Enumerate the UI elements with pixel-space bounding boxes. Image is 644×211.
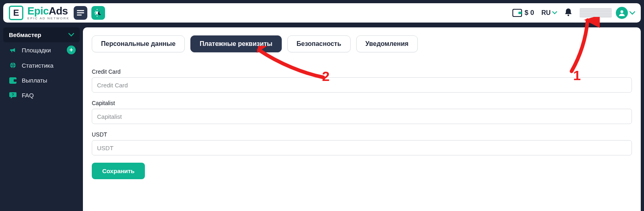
sidebar-item-label: Выплаты	[22, 77, 47, 84]
svg-rect-1	[77, 12, 84, 14]
logo-mark: E	[9, 6, 23, 20]
tab-security[interactable]: Безопасность	[287, 35, 351, 52]
main-panel: Персональные данные Платежные реквизиты …	[83, 27, 641, 211]
chevron-down-icon	[630, 11, 635, 15]
capitalist-label: Capitalist	[92, 100, 632, 106]
credit-card-label: Credit Card	[92, 68, 632, 75]
svg-line-7	[95, 11, 95, 11]
globe-icon	[9, 62, 17, 69]
add-site-button[interactable]: +	[67, 46, 76, 54]
language-label: RU	[541, 9, 551, 17]
svg-line-8	[95, 14, 95, 14]
bell-icon	[564, 8, 572, 17]
field-usdt: USDT	[92, 131, 632, 155]
usdt-label: USDT	[92, 131, 632, 138]
main-menu-button[interactable]	[74, 6, 87, 20]
sidebar-item-sites[interactable]: Площадки +	[3, 42, 80, 58]
user-icon	[618, 9, 625, 17]
field-credit-card: Credit Card	[92, 68, 632, 93]
header-bar: E EpicAds EPIC AD NETWORK $ 0	[3, 3, 641, 23]
svg-rect-0	[77, 10, 84, 11]
chevron-down-icon	[552, 11, 557, 14]
field-capitalist: Capitalist	[92, 100, 632, 124]
account-menu-toggle[interactable]	[630, 9, 635, 17]
balance-text: $ 0	[524, 9, 534, 17]
sun-moon-icon	[94, 8, 103, 17]
sidebar-item-payouts[interactable]: Выплаты	[3, 73, 80, 88]
svg-rect-15	[14, 79, 17, 82]
settings-tabs: Персональные данные Платежные реквизиты …	[92, 35, 632, 52]
bullhorn-icon	[9, 46, 17, 54]
wallet-balance[interactable]: $ 0	[512, 9, 534, 17]
sidebar-item-stats[interactable]: Статистика	[3, 58, 80, 73]
logo-text: EpicAds EPIC AD NETWORK	[27, 6, 70, 20]
svg-rect-10	[518, 12, 522, 14]
sidebar: Вебмастер Площадки + Статистика Выплаты …	[3, 27, 80, 103]
annotation-number-2: 2	[322, 68, 330, 84]
sidebar-item-label: Площадки	[22, 47, 51, 54]
save-button[interactable]: Сохранить	[92, 163, 145, 179]
tab-payment-details[interactable]: Платежные реквизиты	[190, 35, 282, 52]
svg-text:?: ?	[12, 93, 14, 97]
usdt-input[interactable]	[92, 140, 632, 155]
annotation-number-1: 1	[573, 68, 581, 83]
capitalist-input[interactable]	[92, 109, 632, 124]
theme-toggle-button[interactable]	[91, 6, 105, 20]
svg-point-11	[568, 14, 569, 16]
chevron-down-icon	[68, 33, 74, 37]
brand-logo[interactable]: E EpicAds EPIC AD NETWORK	[9, 6, 70, 20]
sidebar-item-label: FAQ	[22, 92, 34, 99]
sidebar-item-faq[interactable]: ? FAQ	[3, 88, 80, 103]
chat-icon: ?	[9, 92, 17, 99]
wallet-icon	[512, 9, 522, 17]
sidebar-group-label: Вебмастер	[9, 31, 41, 38]
credit-card-input[interactable]	[92, 77, 632, 93]
language-switcher[interactable]: RU	[541, 9, 557, 17]
sidebar-item-label: Статистика	[22, 62, 54, 69]
menu-icon	[77, 10, 84, 16]
notifications-button[interactable]	[564, 8, 572, 18]
username-placeholder	[580, 8, 612, 18]
sidebar-group-webmaster[interactable]: Вебмастер	[3, 27, 80, 42]
tab-notifications[interactable]: Уведомления	[356, 35, 418, 52]
wallet-icon	[9, 77, 17, 84]
tab-personal-data[interactable]: Персональные данные	[92, 35, 185, 52]
svg-rect-2	[77, 14, 82, 16]
account-avatar[interactable]	[616, 7, 628, 19]
svg-point-12	[621, 10, 623, 13]
